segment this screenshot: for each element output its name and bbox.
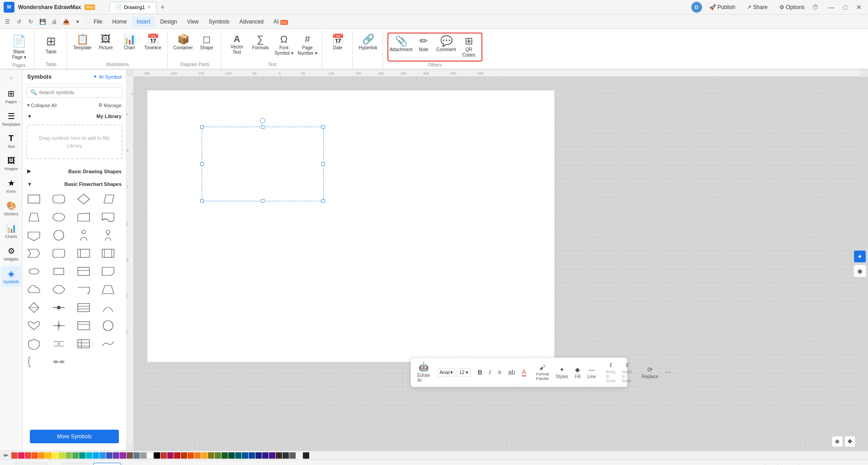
shape-btn[interactable]: ◻ Shape <box>196 33 217 52</box>
sidebar-item-icons[interactable]: ★ Icons <box>1 176 21 196</box>
shape-person2[interactable] <box>99 227 117 244</box>
attachment-btn[interactable]: 📎 Attachment <box>390 34 412 54</box>
handle-bottom-right[interactable] <box>321 199 325 203</box>
add-page-btn-2[interactable]: + <box>125 463 132 465</box>
handle-bottom-left[interactable] <box>200 199 204 203</box>
collapse-all-btn[interactable]: ▾ Collapse All <box>27 102 57 108</box>
color-swatch[interactable] <box>167 452 174 459</box>
page-tab-page2-left[interactable]: Page-2 ▾ <box>15 462 47 465</box>
color-swatch[interactable] <box>222 452 228 459</box>
export-btn[interactable]: 📤 <box>61 16 71 27</box>
menu-design[interactable]: Design <box>156 17 181 27</box>
color-swatch[interactable] <box>93 452 99 459</box>
shape-pentagon[interactable] <box>25 227 42 244</box>
shape-parallelogram[interactable] <box>99 190 117 208</box>
sidebar-item-images[interactable]: 🖼 Images <box>1 153 21 174</box>
color-swatch[interactable] <box>194 452 201 459</box>
vector-text-btn[interactable]: A VectorText <box>226 33 248 57</box>
edraw-ai-btn[interactable]: 🤖 Edraw AI <box>415 360 433 384</box>
bring-to-front-btn[interactable]: ⬆ Bring toFront <box>603 360 618 385</box>
blank-page-btn[interactable]: 📄 BlankPage ▾ <box>7 33 31 62</box>
shape-list2[interactable] <box>75 317 92 334</box>
my-library-header[interactable]: ▼ My Library <box>23 112 126 121</box>
color-swatch[interactable] <box>147 452 153 459</box>
styles-btn[interactable]: ✦ Styles <box>553 364 571 381</box>
color-swatch[interactable] <box>283 452 289 459</box>
redo-btn[interactable]: ↻ <box>25 16 36 27</box>
shape-small-rect[interactable] <box>50 263 67 280</box>
sidebar-item-charts[interactable]: 📊 Charts <box>1 221 21 242</box>
basic-flowchart-shapes-header[interactable]: ▼ Basic Flowchart Shapes <box>23 180 126 189</box>
handle-top-right[interactable] <box>321 125 325 129</box>
comment-btn[interactable]: 💬 Comment <box>435 34 457 54</box>
shape-trapezoid[interactable] <box>25 209 42 226</box>
color-swatch[interactable] <box>174 452 180 459</box>
handle-middle-right[interactable] <box>321 162 325 166</box>
menu-view[interactable]: View <box>183 17 203 27</box>
text-color-btn[interactable]: A <box>519 366 528 378</box>
sidebar-item-stickers[interactable]: 🎨 Stickers <box>1 198 21 219</box>
close-btn[interactable]: ✕ <box>854 3 864 12</box>
minimize-btn[interactable]: — <box>826 3 837 12</box>
shape-arc[interactable] <box>99 299 117 316</box>
font-selector[interactable]: Arial ▾ <box>437 368 455 377</box>
line-btn[interactable]: — Line <box>585 364 599 381</box>
shape-cloud[interactable] <box>25 281 42 298</box>
canvas-page[interactable] <box>147 90 554 362</box>
user-avatar[interactable]: D <box>691 2 702 13</box>
color-swatch[interactable] <box>32 452 38 459</box>
zoom-out-icon[interactable]: − <box>802 464 806 465</box>
format-painter-btn[interactable]: 🖌 FormatPainter <box>533 362 552 383</box>
sidebar-item-symbols[interactable]: ◈ Symbols <box>1 266 21 287</box>
color-swatch[interactable] <box>242 452 248 459</box>
color-swatch[interactable] <box>11 452 18 459</box>
sidebar-collapse-btn[interactable]: ‹ <box>7 73 16 82</box>
color-swatch[interactable] <box>140 452 146 459</box>
color-swatch[interactable] <box>201 452 208 459</box>
symbol-search-box[interactable]: 🔍 <box>26 87 123 98</box>
more-quick-btn[interactable]: ▾ <box>72 16 83 27</box>
color-swatch[interactable] <box>127 452 133 459</box>
chart-btn[interactable]: 📊 Chart <box>118 33 140 52</box>
color-swatch[interactable] <box>228 452 235 459</box>
right-icon-2[interactable]: ◉ <box>854 265 866 277</box>
shape-notched-rect[interactable] <box>99 263 117 280</box>
shape-rect[interactable] <box>25 190 42 208</box>
menu-ai[interactable]: AI hot <box>269 17 292 27</box>
sidebar-toggle-btn[interactable]: ☰ <box>2 16 13 27</box>
template-btn[interactable]: 📋 Template <box>71 33 93 52</box>
fit-to-page-btn[interactable]: ⊕ <box>832 436 843 447</box>
zoom-in-icon[interactable]: + <box>846 464 850 465</box>
shape-rounded-para[interactable] <box>50 245 67 262</box>
shape-circle[interactable] <box>50 227 67 244</box>
shape-shield[interactable] <box>25 335 42 352</box>
align-btn[interactable]: ≡ <box>495 367 504 378</box>
shape-list-rect[interactable] <box>75 299 92 316</box>
shape-small-oval[interactable] <box>25 263 42 280</box>
save-btn[interactable]: 💾 <box>37 16 48 27</box>
color-swatch[interactable] <box>120 452 126 459</box>
shape-table-shape[interactable] <box>75 335 92 352</box>
color-swatch[interactable] <box>45 452 52 459</box>
grid-toggle-btn[interactable]: ⊞ <box>4 463 12 465</box>
color-swatch[interactable] <box>72 452 79 459</box>
sidebar-item-pages[interactable]: ⊞ Pages <box>1 86 21 107</box>
shape-cross-line[interactable] <box>50 317 67 334</box>
color-swatch[interactable] <box>208 452 214 459</box>
symbol-search-input[interactable] <box>39 90 118 95</box>
picture-btn[interactable]: 🖼 Picture <box>95 33 117 52</box>
shape-double-stripe[interactable] <box>99 245 117 262</box>
shape-diamond[interactable] <box>75 190 92 208</box>
shape-lines[interactable] <box>50 335 67 352</box>
page-tab-page1[interactable]: Page-1 <box>62 463 90 465</box>
page-tab-page2-active[interactable]: Page-2 <box>93 463 121 465</box>
canvas-content[interactable]: 🤖 Edraw AI Arial ▾ 12 ▾ B <box>134 77 868 451</box>
add-page-btn[interactable]: + <box>51 463 58 465</box>
fill-btn[interactable]: ◆ Fill <box>572 364 584 381</box>
shape-heart[interactable] <box>25 317 42 334</box>
active-tab[interactable]: 📄 Drawing1 ✕ <box>109 2 156 13</box>
sidebar-item-templates[interactable]: ☰ Templates <box>1 109 21 129</box>
menu-home[interactable]: Home <box>108 17 131 27</box>
menu-symbols[interactable]: Symbols <box>204 17 234 27</box>
shape-person[interactable] <box>75 227 92 244</box>
